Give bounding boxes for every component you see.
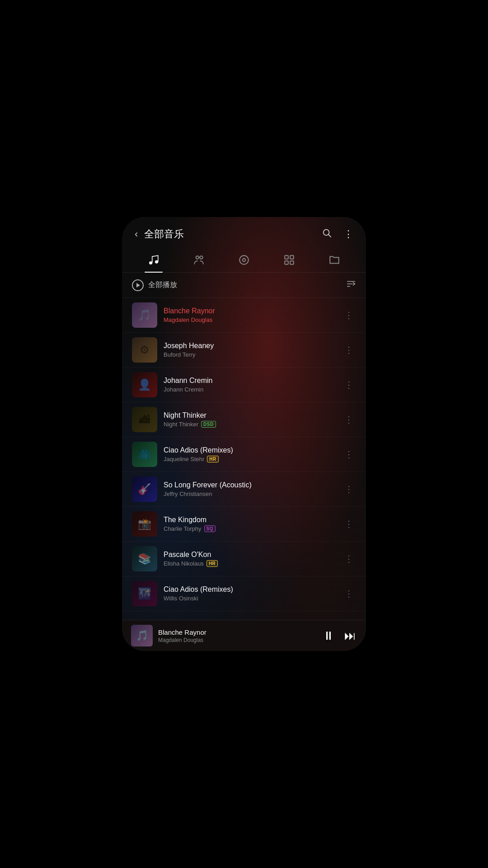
song-more-button[interactable]: ⋮ <box>342 482 356 496</box>
header: ‹ 全部音乐 ⋮ <box>122 217 366 248</box>
song-thumb-4: 🏙 <box>132 407 157 432</box>
song-title: Night Thinker <box>164 411 335 420</box>
song-more-button[interactable]: ⋮ <box>342 586 356 601</box>
song-more-button[interactable]: ⋮ <box>342 343 356 357</box>
albums-tab-icon <box>238 254 250 269</box>
search-button[interactable] <box>320 226 333 242</box>
song-more-button[interactable]: ⋮ <box>342 412 356 427</box>
songs-tab-icon <box>148 254 160 269</box>
tab-artists[interactable] <box>188 250 210 272</box>
song-title: So Long Forever (Acoustic) <box>164 481 335 489</box>
play-all-left: 全部播放 <box>132 279 177 291</box>
song-thumb-8: 📚 <box>132 546 157 571</box>
svg-rect-9 <box>290 255 294 259</box>
song-info: So Long Forever (Acoustic)Jeffry Christi… <box>164 481 335 497</box>
song-subtitle-row: Buford Terry <box>164 351 335 358</box>
song-thumb-9: 🌃 <box>132 581 157 606</box>
song-info: Night ThinkerNight ThinkerDSD <box>164 411 335 428</box>
folders-tab-icon <box>328 254 340 269</box>
quality-badge: HR <box>206 560 218 567</box>
list-item[interactable]: ⚙Joseph HeaneyBuford Terry⋮ <box>122 333 366 368</box>
song-info: Joseph HeaneyBuford Terry <box>164 342 335 358</box>
song-more-button[interactable]: ⋮ <box>342 552 356 566</box>
next-button[interactable]: ⏭ <box>343 629 357 642</box>
song-title: The Kingdom <box>164 516 335 524</box>
song-subtitle-row: Jaqueline StehrHR <box>164 456 335 462</box>
song-artist: Buford Terry <box>164 351 196 358</box>
song-artist: Jaqueline Stehr <box>164 456 204 462</box>
header-icons: ⋮ <box>320 226 355 242</box>
play-all-row[interactable]: 全部播放 <box>122 273 366 298</box>
song-more-button[interactable]: ⋮ <box>342 447 356 462</box>
thumb-icon: 🌃 <box>132 581 157 606</box>
song-more-button[interactable]: ⋮ <box>342 308 356 322</box>
now-playing-controls: ⏸ ⏭ <box>322 629 357 642</box>
song-info: Blanche RaynorMagdalen Douglas <box>164 307 335 323</box>
playlists-tab-icon <box>283 254 295 269</box>
song-title: Ciao Adios (Remixes) <box>164 585 335 594</box>
page-title: 全部音乐 <box>144 227 184 241</box>
song-artist: Jeffry Christiansen <box>164 491 212 497</box>
thumb-icon: 📚 <box>132 546 157 571</box>
tab-bar <box>122 248 366 273</box>
song-thumb-3: 👤 <box>132 372 157 397</box>
list-item[interactable]: 🎸So Long Forever (Acoustic)Jeffry Christ… <box>122 472 366 507</box>
song-list: 🎵Blanche RaynorMagdalen Douglas⋮⚙Joseph … <box>122 298 366 620</box>
song-title: Pascale O'Kon <box>164 551 335 559</box>
song-subtitle-row: Magdalen Douglas <box>164 316 335 323</box>
list-item[interactable]: 🧥Ciao Adios (Remixes)Jaqueline StehrHR⋮ <box>122 437 366 472</box>
thumb-icon: 📸 <box>132 511 157 537</box>
app-content: ‹ 全部音乐 ⋮ <box>122 217 366 651</box>
tab-albums[interactable] <box>233 250 255 272</box>
tab-songs[interactable] <box>142 250 165 272</box>
pause-button[interactable]: ⏸ <box>322 629 335 642</box>
tab-playlists[interactable] <box>278 250 300 272</box>
quality-badge: DSD <box>201 421 216 428</box>
song-thumb-5: 🧥 <box>132 442 157 467</box>
song-info: Ciao Adios (Remixes)Jaqueline StehrHR <box>164 446 335 462</box>
svg-point-2 <box>149 261 152 264</box>
thumb-icon: ⚙ <box>132 337 157 363</box>
more-menu-button[interactable]: ⋮ <box>342 226 355 242</box>
song-info: Johann CreminJohann Cremin <box>164 377 335 393</box>
back-button[interactable]: ‹ <box>133 226 140 242</box>
song-subtitle-row: Jeffry Christiansen <box>164 491 335 497</box>
quality-badge: SQ <box>204 525 216 532</box>
list-item[interactable]: 🌃Ciao Adios (Remixes)Willis Osinski⋮ <box>122 576 366 611</box>
list-item[interactable]: 👤Johann CreminJohann Cremin⋮ <box>122 368 366 402</box>
now-playing-thumbnail: 🎵 <box>131 625 153 646</box>
svg-point-3 <box>155 260 158 264</box>
svg-point-4 <box>196 256 199 259</box>
song-thumb-1: 🎵 <box>132 302 157 328</box>
list-item[interactable]: 📚Pascale O'KonElisha NikolausHR⋮ <box>122 542 366 576</box>
list-item[interactable]: 📸The KingdomCharlie TorphySQ⋮ <box>122 507 366 542</box>
list-item[interactable]: 🎵Blanche RaynorMagdalen Douglas⋮ <box>122 298 366 333</box>
song-subtitle-row: Willis Osinski <box>164 595 335 602</box>
thumb-icon: 🏙 <box>132 407 157 432</box>
now-playing-bar[interactable]: 🎵 Blanche Raynor Magdalen Douglas ⏸ ⏭ <box>122 620 366 651</box>
thumb-icon: 🎵 <box>132 302 157 328</box>
svg-rect-10 <box>285 261 288 264</box>
svg-point-6 <box>239 255 249 264</box>
song-more-button[interactable]: ⋮ <box>342 517 356 531</box>
song-info: Pascale O'KonElisha NikolausHR <box>164 551 335 567</box>
song-thumb-6: 🎸 <box>132 476 157 502</box>
thumb-icon: 🧥 <box>132 442 157 467</box>
song-info: Ciao Adios (Remixes)Willis Osinski <box>164 585 335 602</box>
song-title: Blanche Raynor <box>164 307 335 315</box>
song-more-button[interactable]: ⋮ <box>342 377 356 392</box>
sort-icon[interactable] <box>346 279 356 291</box>
artists-tab-icon <box>193 254 205 269</box>
play-all-circle <box>132 279 144 291</box>
song-thumb-2: ⚙ <box>132 337 157 363</box>
list-item[interactable]: 🏙Night ThinkerNight ThinkerDSD⋮ <box>122 402 366 437</box>
song-title: Ciao Adios (Remixes) <box>164 446 335 454</box>
song-subtitle-row: Night ThinkerDSD <box>164 421 335 428</box>
song-artist: Night Thinker <box>164 421 198 428</box>
svg-rect-8 <box>285 255 288 259</box>
tab-folders[interactable] <box>323 250 346 272</box>
phone-frame: ‹ 全部音乐 ⋮ <box>122 217 366 651</box>
header-left: ‹ 全部音乐 <box>133 226 184 242</box>
song-info: The KingdomCharlie TorphySQ <box>164 516 335 532</box>
thumb-icon: 🎸 <box>132 476 157 502</box>
